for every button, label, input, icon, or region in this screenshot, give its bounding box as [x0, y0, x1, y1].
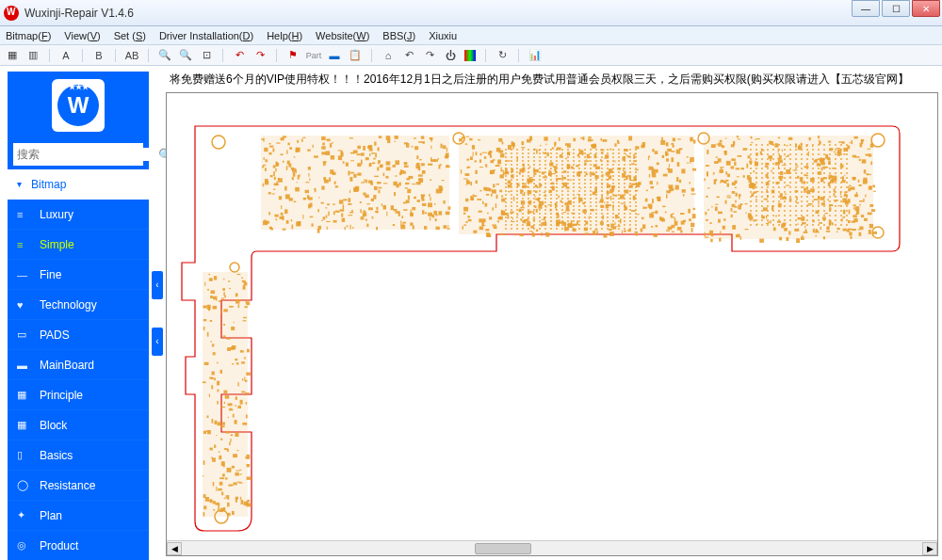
svg-rect-61 — [378, 190, 380, 194]
menu-bbs[interactable]: BBS(J) — [382, 30, 415, 41]
svg-point-1641 — [561, 149, 563, 151]
menu-xiuxiu[interactable]: Xiuxiu — [429, 30, 457, 41]
svg-rect-398 — [562, 183, 567, 187]
blue-box-icon[interactable]: ▬ — [328, 49, 341, 62]
svg-rect-1098 — [855, 214, 857, 215]
svg-rect-983 — [704, 232, 705, 237]
svg-point-2090 — [789, 215, 791, 216]
nav-basics[interactable]: ▯Basics — [8, 440, 149, 471]
minimize-button[interactable]: — — [852, 0, 880, 17]
tool-text-ab[interactable]: AB — [125, 49, 138, 62]
nav-bitmap[interactable]: ▾Bitmap — [8, 169, 149, 200]
zoom-in-icon[interactable]: 🔍 — [179, 49, 192, 62]
svg-point-1705 — [573, 224, 575, 226]
tool-text-b[interactable]: B — [92, 49, 106, 62]
svg-point-1862 — [618, 152, 620, 154]
menu-website[interactable]: Website(W) — [316, 30, 369, 41]
undo-icon[interactable]: ↶ — [402, 49, 415, 62]
svg-point-2082 — [789, 177, 791, 179]
svg-rect-1116 — [866, 195, 867, 196]
separator — [115, 49, 116, 62]
nav-fine[interactable]: —Fine — [8, 260, 149, 290]
nav-technology[interactable]: ♥Technology — [8, 290, 149, 320]
refresh-icon[interactable]: ↻ — [495, 49, 509, 62]
svg-point-1643 — [561, 156, 563, 158]
collapse-handle-1[interactable]: ‹ — [152, 271, 163, 299]
svg-rect-902 — [858, 180, 860, 183]
nav-plan[interactable]: ✦Plan — [8, 501, 149, 531]
svg-point-2188 — [823, 168, 825, 169]
close-button[interactable]: ✕ — [912, 0, 940, 17]
menu-view[interactable]: View(V) — [64, 30, 100, 41]
nav-principle[interactable]: ▦Principle — [8, 380, 149, 410]
search-input[interactable] — [17, 148, 158, 161]
nav-resistance[interactable]: ◯Resistance — [8, 471, 149, 501]
menu-set[interactable]: Set (S) — [114, 30, 146, 41]
svg-point-1882 — [618, 228, 620, 230]
svg-point-2024 — [772, 158, 774, 160]
svg-point-1511 — [528, 156, 529, 158]
svg-point-1622 — [556, 160, 558, 162]
nav-simple[interactable]: ≡Simple — [8, 230, 149, 260]
scroll-thumb[interactable] — [475, 543, 531, 554]
svg-rect-1096 — [735, 206, 738, 208]
scroll-left-arrow[interactable]: ◀ — [167, 542, 182, 555]
svg-point-1602 — [550, 168, 552, 169]
svg-point-1817 — [607, 149, 609, 151]
svg-rect-824 — [617, 140, 619, 142]
menu-bitmap[interactable]: Bitmap(F) — [6, 30, 51, 41]
chart-icon[interactable]: 📊 — [528, 49, 542, 62]
svg-point-2135 — [806, 172, 808, 174]
svg-point-2056 — [778, 224, 780, 226]
part-icon[interactable]: Part — [307, 49, 320, 62]
svg-point-1633 — [556, 201, 558, 203]
paste-icon[interactable]: 📋 — [349, 49, 362, 62]
menu-help[interactable]: Help(H) — [267, 30, 302, 41]
svg-rect-354 — [281, 137, 284, 140]
svg-point-1761 — [590, 186, 592, 188]
svg-point-1631 — [556, 194, 558, 196]
svg-point-1734 — [584, 168, 586, 169]
svg-point-1773 — [595, 149, 597, 151]
redo-icon[interactable]: ↷ — [423, 49, 436, 62]
tool-grid2-icon[interactable]: ▥ — [26, 49, 40, 62]
zoom-out-icon[interactable]: 🔍 — [158, 49, 171, 62]
svg-point-2139 — [806, 191, 808, 193]
zoom-fit-icon[interactable]: ⊡ — [200, 49, 213, 62]
nav-pads[interactable]: ▭PADS — [8, 320, 149, 350]
svg-rect-965 — [720, 140, 723, 142]
svg-point-1493 — [522, 171, 524, 173]
svg-rect-690 — [501, 196, 503, 198]
svg-rect-780 — [517, 215, 519, 216]
svg-point-2264 — [846, 186, 848, 188]
maximize-button[interactable]: ☐ — [882, 0, 910, 17]
svg-rect-1198 — [820, 159, 824, 162]
nav-product[interactable]: ◎Product — [8, 531, 149, 560]
flag-icon[interactable]: ⚑ — [286, 49, 300, 62]
svg-point-1952 — [750, 158, 752, 160]
rotate-left-icon[interactable]: ↶ — [233, 49, 246, 62]
scroll-right-arrow[interactable]: ▶ — [922, 542, 937, 555]
svg-rect-1246 — [247, 476, 252, 479]
menu-driver[interactable]: Driver Installation(D) — [159, 30, 253, 41]
tool-grid-icon[interactable]: ▦ — [6, 49, 19, 62]
pcb-canvas[interactable] — [167, 93, 937, 540]
collapse-handle-2[interactable]: ‹ — [152, 328, 163, 356]
nav-mainboard[interactable]: ▬MainBoard — [8, 350, 149, 380]
power-icon[interactable]: ⏻ — [444, 49, 457, 62]
svg-point-1474 — [516, 183, 518, 184]
tool-text-a[interactable]: A — [59, 49, 73, 62]
color-icon[interactable] — [464, 50, 476, 61]
nav-luxury[interactable]: ≡Luxury — [8, 200, 149, 230]
horizontal-scrollbar[interactable]: ◀ ▶ — [167, 540, 937, 555]
svg-rect-967 — [807, 152, 808, 156]
svg-rect-148 — [401, 216, 403, 218]
svg-point-1755 — [590, 164, 592, 166]
svg-rect-1002 — [735, 181, 738, 184]
svg-point-1530 — [528, 228, 529, 230]
svg-point-2116 — [801, 168, 803, 169]
search-box[interactable]: 🔍 — [13, 143, 143, 166]
home-icon[interactable]: ⌂ — [382, 49, 395, 62]
nav-block[interactable]: ▦Block — [8, 410, 149, 440]
rotate-right-icon[interactable]: ↷ — [253, 49, 267, 62]
